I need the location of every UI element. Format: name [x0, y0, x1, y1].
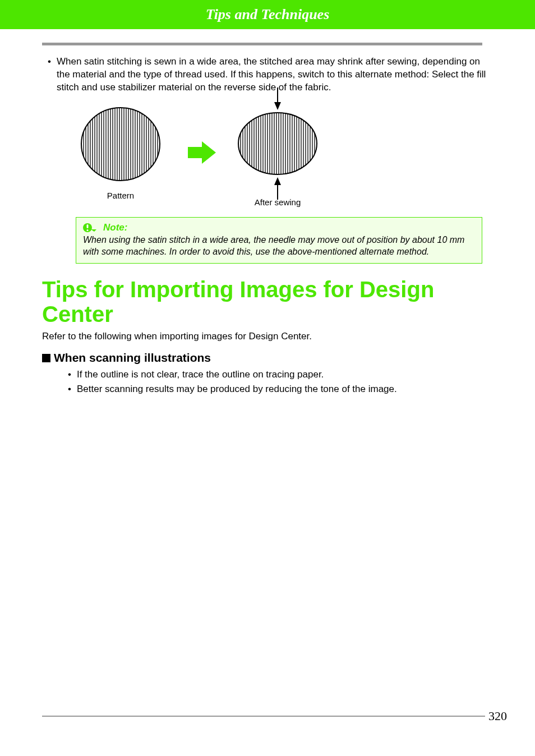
bullet-marker: •: [68, 369, 71, 380]
square-marker-icon: [42, 354, 50, 362]
diagram-after-label: After sewing: [255, 197, 301, 207]
diagram-pattern: Pattern: [76, 102, 165, 200]
after-sewing-illustration: [227, 87, 328, 200]
footer-divider: [42, 716, 496, 717]
note-head: Note:: [83, 222, 475, 233]
subsection-bullets: • If the outline is not clear, trace the…: [42, 369, 493, 395]
diagram-row: Pattern: [76, 102, 493, 207]
svg-marker-78: [274, 177, 281, 185]
svg-marker-37: [188, 141, 216, 164]
subsection-row: When scanning illustrations: [42, 351, 493, 365]
note-box: Note: When using the satin stitch in a w…: [76, 217, 482, 264]
diagram-after: After sewing: [227, 87, 328, 207]
page-content: • When satin stitching is sewn in a wide…: [0, 43, 535, 395]
arrow-right-icon: [188, 141, 216, 164]
svg-rect-1: [76, 102, 165, 186]
bullet-text: Better scanning results may be produced …: [77, 384, 397, 395]
diagram-arrow: [165, 102, 227, 203]
svg-rect-80: [87, 224, 89, 228]
subsection-title: When scanning illustrations: [54, 351, 211, 365]
list-item: • If the outline is not clear, trace the…: [68, 369, 493, 380]
diagram-pattern-label: Pattern: [107, 191, 134, 200]
section-subtext: Refer to the following when importing im…: [42, 331, 493, 342]
page-number: 320: [485, 709, 507, 723]
note-label: Note:: [103, 222, 127, 233]
alert-icon: [83, 222, 96, 233]
list-item: • Better scanning results may be produce…: [68, 384, 493, 395]
bullet-marker: •: [68, 384, 71, 395]
svg-marker-39: [274, 102, 281, 110]
page-header-title: Tips and Techniques: [206, 6, 330, 23]
page-header: Tips and Techniques: [0, 0, 535, 29]
svg-point-81: [86, 229, 88, 231]
bullet-marker: •: [48, 56, 51, 94]
bullet-text: If the outline is not clear, trace the o…: [77, 369, 324, 380]
pattern-illustration: [76, 102, 165, 186]
section-heading: Tips for Importing Images for Design Cen…: [42, 277, 493, 326]
note-body: When using the satin stitch in a wide ar…: [83, 234, 475, 258]
top-divider: [42, 43, 482, 45]
